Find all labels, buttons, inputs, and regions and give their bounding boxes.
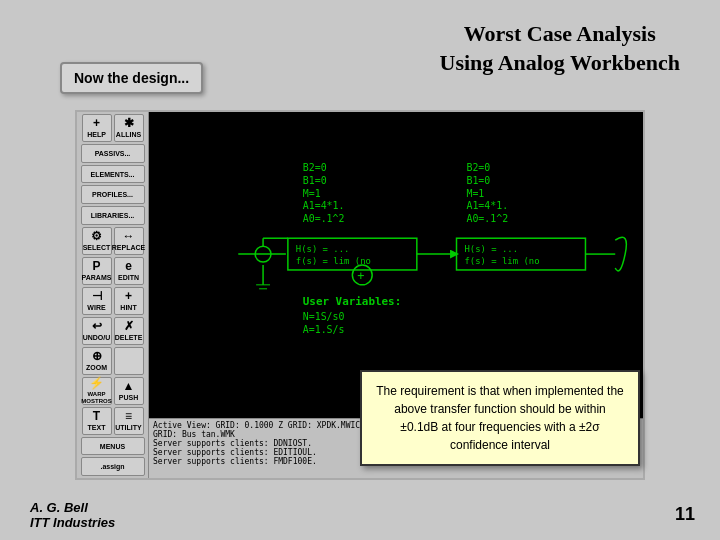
requirement-text: The requirement is that when implemented… [376, 384, 623, 452]
svg-text:H(s) = ...: H(s) = ... [296, 244, 350, 254]
editn-icon: e [125, 260, 132, 273]
params-label: PARAMS [82, 274, 112, 282]
svg-text:B1=0: B1=0 [466, 175, 490, 186]
attribution: A. G. Bell ITT Industries [30, 500, 115, 530]
slide: Worst Case Analysis Using Analog Workben… [0, 0, 720, 540]
select-icon: ⚙ [91, 230, 102, 243]
hint-label: HINT [120, 304, 136, 312]
svg-rect-0 [149, 121, 643, 409]
text-button[interactable]: T TEXT [82, 407, 112, 435]
delete-icon: ✗ [124, 320, 134, 333]
push-button[interactable]: ▲ PUSH [114, 377, 144, 405]
title-line2: Using Analog Workbench [440, 49, 680, 78]
allins-label: ALLINS [116, 131, 141, 139]
text-icon: T [93, 410, 100, 423]
svg-text:+: + [357, 269, 364, 283]
requirement-box: The requirement is that when implemented… [360, 370, 640, 466]
select-label: SELECT [83, 244, 111, 252]
zoom-button[interactable]: ⊕ ZOOM [82, 347, 112, 375]
title-line1: Worst Case Analysis [440, 20, 680, 49]
delete-label: DELETE [115, 334, 143, 342]
warp-label: WARP MOSTROS [81, 391, 111, 404]
svg-text:A=1.S/s: A=1.S/s [303, 324, 345, 335]
help-button[interactable]: + HELP [82, 114, 112, 142]
svg-text:User Variables:: User Variables: [303, 295, 402, 308]
svg-text:H(s) = ...: H(s) = ... [464, 244, 518, 254]
replace-icon: ↔ [123, 230, 135, 243]
title-area: Worst Case Analysis Using Analog Workben… [440, 20, 680, 77]
menus-button[interactable]: MENUS [81, 437, 145, 456]
svg-text:A1=4*1.: A1=4*1. [466, 200, 508, 211]
zoom-icon: ⊕ [92, 350, 102, 363]
push-icon: ▲ [123, 380, 135, 393]
text-label: TEXT [88, 424, 106, 432]
editn-label: EDITN [118, 274, 139, 282]
zoom-label: ZOOM [86, 364, 107, 372]
warp-button[interactable]: ⚡ WARP MOSTROS [82, 377, 112, 405]
toolbar: + HELP ✱ ALLINS PASSIVS... ELEMENTS... P… [77, 112, 149, 478]
passivs-button[interactable]: PASSIVS... [81, 144, 145, 163]
hint-button[interactable]: + HINT [114, 287, 144, 315]
warp-icon: ⚡ [89, 377, 104, 390]
replace-button[interactable]: ↔ REPLACE [114, 227, 144, 255]
utility-icon: ≡ [125, 410, 132, 423]
placeholder-button [114, 347, 144, 375]
svg-text:M=1: M=1 [303, 188, 321, 199]
svg-text:B2=0: B2=0 [303, 162, 327, 173]
allins-button[interactable]: ✱ ALLINS [114, 114, 144, 142]
profiles-button[interactable]: PROFILES... [81, 185, 145, 204]
svg-text:N=1S/s0: N=1S/s0 [303, 311, 345, 322]
elements-button[interactable]: ELEMENTS... [81, 165, 145, 184]
utility-button[interactable]: ≡ UTILITY [114, 407, 144, 435]
undo-icon: ↩ [92, 320, 102, 333]
attribution-line2: ITT Industries [30, 515, 115, 530]
design-button[interactable]: Now the design... [60, 62, 203, 94]
wire-icon: ⊣ [92, 290, 102, 303]
utility-label: UTILITY [115, 424, 141, 432]
toolbar-row-2: ⚙ SELECT ↔ REPLACE [82, 227, 144, 255]
svg-text:A1=4*1.: A1=4*1. [303, 200, 345, 211]
toolbar-row-3: P PARAMS e EDITN [82, 257, 144, 285]
plus-icon: + [93, 117, 100, 130]
select-button[interactable]: ⚙ SELECT [82, 227, 112, 255]
replace-label: REPLACE [112, 244, 145, 252]
libraries-button[interactable]: LIBRARIES... [81, 206, 145, 225]
params-button[interactable]: P PARAMS [82, 257, 112, 285]
svg-text:A0=.1^2: A0=.1^2 [303, 213, 345, 224]
attribution-line1: A. G. Bell [30, 500, 115, 515]
svg-text:B1=0: B1=0 [303, 175, 327, 186]
toolbar-row-5: ↩ UNDO/U ✗ DELETE [82, 317, 144, 345]
page-number: 11 [675, 504, 695, 525]
push-label: PUSH [119, 394, 138, 402]
toolbar-row-8: T TEXT ≡ UTILITY [82, 407, 144, 435]
hint-icon: + [125, 290, 132, 303]
svg-text:f(s) = lim (no: f(s) = lim (no [464, 256, 539, 266]
toolbar-row-4: ⊣ WIRE + HINT [82, 287, 144, 315]
help-label: HELP [87, 131, 106, 139]
undou-button[interactable]: ↩ UNDO/U [82, 317, 112, 345]
delete-button[interactable]: ✗ DELETE [114, 317, 144, 345]
wire-label: WIRE [87, 304, 105, 312]
toolbar-row-7: ⚡ WARP MOSTROS ▲ PUSH [82, 377, 144, 405]
undou-label: UNDO/U [83, 334, 111, 342]
svg-text:A0=.1^2: A0=.1^2 [466, 213, 508, 224]
svg-text:f(s) = lim (no: f(s) = lim (no [296, 256, 371, 266]
svg-text:B2=0: B2=0 [466, 162, 490, 173]
toolbar-row-6: ⊕ ZOOM [82, 347, 144, 375]
wire-button[interactable]: ⊣ WIRE [82, 287, 112, 315]
svg-text:M=1: M=1 [466, 188, 484, 199]
toolbar-row-1: + HELP ✱ ALLINS [82, 114, 144, 142]
params-icon: P [92, 260, 100, 273]
star-icon: ✱ [124, 117, 134, 130]
assign-button[interactable]: .assign [81, 457, 145, 476]
editn-button[interactable]: e EDITN [114, 257, 144, 285]
